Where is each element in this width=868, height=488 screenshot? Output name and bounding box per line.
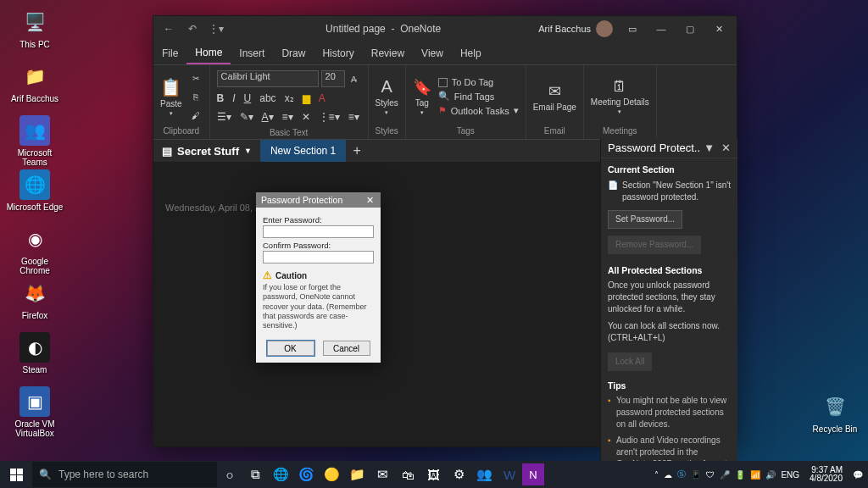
menu-review[interactable]: Review — [363, 42, 413, 64]
menu-history[interactable]: History — [314, 42, 362, 64]
font-size-select[interactable]: 20 — [321, 70, 345, 87]
meeting-details-button[interactable]: 🗓 Meeting Details▾ — [591, 78, 649, 115]
bullets-button[interactable]: ⋮≡▾ — [319, 111, 340, 123]
menu-home[interactable]: Home — [186, 42, 231, 64]
tb-settings[interactable]: ⚙ — [446, 462, 471, 487]
menu-insert[interactable]: Insert — [231, 42, 273, 64]
minimize-button[interactable]: — — [647, 17, 676, 41]
clear-button[interactable]: ✕ — [302, 111, 310, 123]
align-button[interactable]: ≡▾ — [282, 111, 293, 123]
desktop-icon-arif-bacchus[interactable]: 📁Arif Bacchus — [5, 61, 64, 103]
email-page-button[interactable]: ✉ Email Page — [533, 82, 576, 112]
pane-menu-button[interactable]: ▼ — [704, 141, 715, 154]
desktop-icon-google-chrome[interactable]: ◉Google Chrome — [5, 224, 64, 275]
paste-button[interactable]: 📋 Paste▾ — [160, 77, 182, 117]
tray-language[interactable]: ENG — [781, 470, 799, 480]
notebook-selector[interactable]: ▤ Secret Stuff ▼ — [153, 145, 260, 158]
outlook-tasks-button[interactable]: ⚑Outlook Tasks ▾ — [438, 104, 519, 117]
ok-button[interactable]: OK — [267, 341, 314, 356]
task-view-button[interactable]: ⧉ — [242, 462, 268, 487]
textcolor-button[interactable]: A▾ — [262, 111, 274, 123]
set-password-button[interactable]: Set Password... — [608, 210, 682, 229]
menu-file[interactable]: File — [153, 42, 186, 64]
tb-onenote[interactable]: N — [522, 463, 544, 485]
tray-overflow[interactable]: ˄ — [654, 470, 659, 480]
strike-button[interactable]: abc — [259, 92, 275, 104]
undo-button[interactable]: ↶ — [181, 17, 204, 41]
pane-close-button[interactable]: ✕ — [721, 141, 731, 154]
back-button[interactable]: ← — [157, 17, 181, 41]
search-icon: 🔍 — [39, 469, 52, 480]
bullet-list-button[interactable]: ☰▾ — [217, 111, 231, 123]
tray-notifications[interactable]: 💬 — [853, 470, 863, 480]
section-tab[interactable]: New Section 1 — [260, 140, 346, 162]
tag-button[interactable]: 🔖 Tag▾ — [413, 78, 431, 116]
highlight-button[interactable]: ▆ — [303, 92, 310, 104]
tb-store[interactable]: 🛍 — [395, 462, 420, 487]
tray-yourphone[interactable]: 📱 — [691, 470, 701, 480]
desktop-icon-recycle-bin[interactable]: 🗑️ Recycle Bin — [805, 391, 865, 434]
clear-format-button[interactable]: A̶ — [348, 72, 361, 86]
tray-clock[interactable]: 9:37 AM 4/8/2020 — [804, 466, 848, 484]
menu-draw[interactable]: Draw — [273, 42, 314, 64]
password-protection-pane: Password Protect.. ▼ ✕ Current Section 📄… — [600, 138, 737, 471]
cancel-button[interactable]: Cancel — [323, 341, 370, 356]
menu-bar: FileHomeInsertDrawHistoryReviewViewHelp — [153, 42, 737, 65]
tb-photos[interactable]: 🖼 — [420, 462, 446, 487]
tb-teams[interactable]: 👥 — [471, 462, 497, 487]
quickaccess-more[interactable]: ⋮▾ — [204, 17, 228, 41]
menu-help[interactable]: Help — [452, 42, 490, 64]
tb-word[interactable]: W — [497, 462, 522, 487]
tray-wifi[interactable]: 📶 — [750, 470, 760, 480]
tray-volume[interactable]: 🔊 — [765, 470, 776, 480]
tray-cloud[interactable]: ☁ — [664, 470, 672, 480]
fontcolor-button[interactable]: A — [319, 92, 326, 104]
maximize-button[interactable]: ▢ — [676, 17, 704, 41]
tb-edge[interactable]: 🌐 — [268, 462, 293, 487]
tray-battery[interactable]: 🔋 — [735, 470, 745, 480]
format-painter-button[interactable]: 🖌 — [189, 108, 203, 122]
cortana-button[interactable]: ○ — [217, 462, 242, 487]
tb-mail[interactable]: ✉ — [370, 462, 395, 487]
underline-button[interactable]: U — [244, 92, 252, 104]
section-icon: 📄 — [608, 180, 618, 203]
highlighter-button[interactable]: ✎▾ — [240, 111, 253, 123]
desktop-icon-microsoft-edge[interactable]: 🌐Microsoft Edge — [5, 169, 64, 212]
enter-password-input[interactable] — [263, 225, 374, 238]
tray-security[interactable]: 🛡 — [706, 470, 715, 480]
tip-item: You might not be able to view password p… — [608, 395, 731, 430]
italic-button[interactable]: I — [232, 92, 235, 104]
desktop-icon-steam[interactable]: ◐Steam — [5, 332, 64, 374]
numbering-button[interactable]: ≡▾ — [348, 111, 359, 123]
desktop-icon-microsoft-teams[interactable]: 👥Microsoft Teams — [5, 115, 64, 167]
confirm-password-input[interactable] — [263, 251, 374, 263]
dialog-close-button[interactable]: ✕ — [364, 195, 376, 205]
menu-view[interactable]: View — [413, 42, 452, 64]
ribbon-tags: 🔖 Tag▾ To Do Tag 🔍Find Tags ⚑Outlook Tas… — [406, 65, 526, 139]
ribbon-options-button[interactable]: ▭ — [618, 17, 647, 41]
close-button[interactable]: ✕ — [704, 17, 733, 41]
page-canvas[interactable]: ⤢ Wednesday, April 08, 2020 9:37 AM — [153, 162, 626, 446]
cut-button[interactable]: ✂ — [189, 71, 203, 85]
todo-tag-button[interactable]: To Do Tag — [438, 76, 519, 88]
find-tags-button[interactable]: 🔍Find Tags — [438, 90, 519, 103]
tb-explorer[interactable]: 📁 — [344, 462, 370, 487]
font-select[interactable]: Calibri Light — [217, 70, 319, 87]
desktop-icon-oracle-vm[interactable]: ▣Oracle VM VirtualBox — [5, 386, 64, 438]
add-section-button[interactable]: + — [346, 143, 368, 158]
current-section-text: Section "New Section 1" isn't password p… — [622, 180, 731, 203]
subscript-button[interactable]: x₂ — [285, 92, 294, 104]
tray-skype[interactable]: Ⓢ — [677, 469, 686, 480]
flag-icon: ⚑ — [438, 105, 447, 116]
desktop-icon-firefox[interactable]: 🦊Firefox — [5, 278, 64, 320]
tray-mic[interactable]: 🎤 — [720, 470, 730, 480]
styles-button[interactable]: A Styles▾ — [376, 77, 398, 116]
account-button[interactable]: Arif Bacchus — [538, 20, 613, 37]
tb-edge-canary[interactable]: 🟡 — [319, 462, 344, 487]
taskbar-search[interactable]: 🔍 Type here to search — [32, 462, 217, 487]
tb-edge-dev[interactable]: 🌀 — [293, 462, 319, 487]
copy-button[interactable]: ⎘ — [189, 90, 203, 103]
desktop-icon-this-pc[interactable]: 🖥️This PC — [5, 7, 64, 49]
bold-button[interactable]: B — [217, 92, 225, 104]
start-button[interactable] — [0, 461, 32, 488]
